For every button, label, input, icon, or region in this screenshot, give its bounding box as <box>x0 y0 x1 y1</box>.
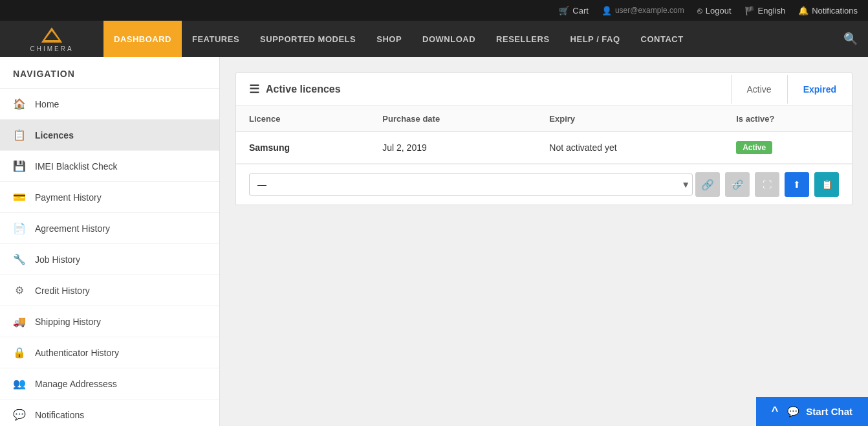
shipping-icon: 🚚 <box>13 315 26 328</box>
sidebar-item-home[interactable]: 🏠 Home <box>0 89 219 120</box>
search-button[interactable]: 🔍 <box>833 32 868 46</box>
agreement-icon: 📄 <box>13 222 26 234</box>
card-header-title-area: ☰ Active licences <box>236 73 731 106</box>
sidebar-item-home-label: Home <box>35 99 59 109</box>
sidebar-item-payment-history[interactable]: 💳 Payment History <box>0 182 219 213</box>
col-is-active: Is active? <box>723 106 852 132</box>
nav-links: DASHBOARD FEATURES SUPPORTED MODELS SHOP… <box>103 21 833 57</box>
user-icon: 👤 <box>602 6 612 16</box>
cell-licence: Samsung <box>236 132 369 164</box>
link-icon: 🔗 <box>701 179 714 191</box>
col-purchase-date: Purchase date <box>369 106 536 132</box>
layout: NAVIGATION 🏠 Home 📋 Licences 💾 IMEI Blac… <box>0 57 868 426</box>
sidebar-item-credit-history[interactable]: ⚙ Credit History <box>0 275 219 306</box>
main-nav: CHIMERA DASHBOARD FEATURES SUPPORTED MOD… <box>0 21 868 57</box>
list-icon: ☰ <box>249 82 259 96</box>
cell-purchase-date: Jul 2, 2019 <box>369 132 536 164</box>
logout-label: Logout <box>706 6 732 16</box>
card-header: ☰ Active licences Active Expired <box>236 73 852 106</box>
tab-active[interactable]: Active <box>731 75 787 104</box>
nav-link-features[interactable]: FEATURES <box>182 21 250 57</box>
sidebar-item-auth-label: Authenticator History <box>35 348 119 358</box>
sidebar-title: NAVIGATION <box>0 57 219 89</box>
sidebar-item-notifications-label: Notifications <box>35 410 84 420</box>
fullscreen-icon: ⛶ <box>763 179 772 190</box>
sidebar-item-shipping-label: Shipping History <box>35 317 101 327</box>
sidebar-item-shipping-history[interactable]: 🚚 Shipping History <box>0 306 219 337</box>
cell-is-active: Active <box>723 132 852 164</box>
chat-bubble-icon: 💬 <box>787 406 799 418</box>
table-header-row: Licence Purchase date Expiry Is active? <box>236 106 852 132</box>
payment-icon: 💳 <box>13 191 26 203</box>
sidebar-item-agreement-label: Agreement History <box>35 223 110 234</box>
col-expiry: Expiry <box>536 106 723 132</box>
nav-link-download[interactable]: DOWNLOAD <box>412 21 486 57</box>
sidebar-item-address-label: Manage Addressess <box>35 379 117 389</box>
language-label: English <box>758 6 786 16</box>
credit-icon: ⚙ <box>13 284 26 297</box>
start-chat-button[interactable]: ^ 💬 Start Chat <box>756 397 868 426</box>
sidebar-item-authenticator-history[interactable]: 🔒 Authenticator History <box>0 337 219 368</box>
language-button[interactable]: 🏴 English <box>744 6 786 16</box>
sidebar-item-job-history[interactable]: 🔧 Job History <box>0 244 219 275</box>
bell-icon: 🔔 <box>798 6 808 16</box>
nav-link-shop[interactable]: SHOP <box>366 21 412 57</box>
address-icon: 👥 <box>13 377 26 390</box>
job-icon: 🔧 <box>13 253 26 265</box>
user-email: user@example.com <box>615 6 684 15</box>
col-licence: Licence <box>236 106 369 132</box>
main-content: ☰ Active licences Active Expired Licence… <box>220 57 868 426</box>
nav-link-help-faq[interactable]: HELP / FAQ <box>560 21 631 57</box>
sidebar-item-imei[interactable]: 💾 IMEI Blacklist Check <box>0 151 219 182</box>
sidebar-item-job-label: Job History <box>35 254 80 265</box>
logo-area: CHIMERA <box>0 26 103 52</box>
upload-icon: ⬆ <box>793 179 801 190</box>
nav-link-contact[interactable]: CONTACT <box>631 21 694 57</box>
unlink-button[interactable]: 🔗 <box>725 172 750 197</box>
licences-icon: 📋 <box>13 129 26 141</box>
sidebar-item-agreement-history[interactable]: 📄 Agreement History <box>0 213 219 244</box>
notifications-button[interactable]: 🔔 Notifications <box>798 6 858 16</box>
sidebar: NAVIGATION 🏠 Home 📋 Licences 💾 IMEI Blac… <box>0 57 220 426</box>
logo-icon <box>40 26 63 44</box>
licence-dropdown[interactable]: — <box>249 174 693 196</box>
table-header: Licence Purchase date Expiry Is active? <box>236 106 852 132</box>
sidebar-item-manage-addresses[interactable]: 👥 Manage Addressess <box>0 368 219 399</box>
chat-label: Start Chat <box>806 406 852 417</box>
notifications-label: Notifications <box>812 6 858 16</box>
logout-button[interactable]: ⎋ Logout <box>697 6 732 16</box>
sidebar-item-licences[interactable]: 📋 Licences <box>0 120 219 151</box>
home-icon: 🏠 <box>13 98 26 110</box>
card-title: Active licences <box>266 84 341 95</box>
cart-icon: 🛒 <box>559 6 569 16</box>
unlink-icon: 🔗 <box>732 179 743 190</box>
nav-link-resellers[interactable]: RESELLERS <box>486 21 560 57</box>
card-header-tabs: Active Expired <box>731 75 852 104</box>
logout-icon: ⎋ <box>697 6 702 16</box>
cart-label: Cart <box>572 6 589 16</box>
imei-icon: 💾 <box>13 160 26 172</box>
tab-expired[interactable]: Expired <box>787 75 852 104</box>
user-account[interactable]: 👤 user@example.com <box>602 6 684 16</box>
cart-button[interactable]: 🛒 Cart <box>559 6 589 16</box>
upload-button[interactable]: ⬆ <box>785 172 809 197</box>
sidebar-item-credit-label: Credit History <box>35 286 90 296</box>
sidebar-item-licences-label: Licences <box>35 130 74 140</box>
sidebar-item-notifications[interactable]: 💬 Notifications <box>0 399 219 426</box>
flag-icon: 🏴 <box>744 6 755 16</box>
list-action-icon: 📋 <box>821 179 832 190</box>
notifications-icon: 💬 <box>13 409 26 421</box>
top-bar: 🛒 Cart 👤 user@example.com ⎋ Logout 🏴 Eng… <box>0 0 868 21</box>
nav-link-dashboard[interactable]: DASHBOARD <box>103 21 182 57</box>
cell-expiry: Not activated yet <box>536 132 723 164</box>
chat-minimize-icon: ^ <box>772 405 779 418</box>
nav-link-supported-models[interactable]: SUPPORTED MODELS <box>250 21 366 57</box>
list-button[interactable]: 📋 <box>814 172 839 197</box>
active-badge: Active <box>736 141 772 154</box>
auth-icon: 🔒 <box>13 346 26 359</box>
action-row: — ▼ 🔗 🔗 ⛶ ⬆ 📋 <box>236 164 852 205</box>
table-body: Samsung Jul 2, 2019 Not activated yet Ac… <box>236 132 852 164</box>
link-button[interactable]: 🔗 <box>695 172 720 197</box>
logo-text: CHIMERA <box>30 45 73 52</box>
fullscreen-button[interactable]: ⛶ <box>755 172 779 197</box>
